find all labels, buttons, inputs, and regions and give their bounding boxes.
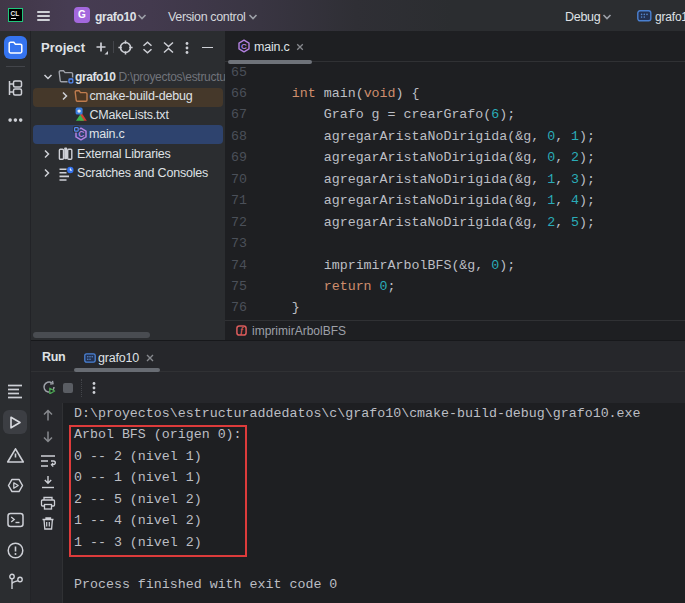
svg-text:f: f [240, 325, 244, 335]
svg-text:C: C [241, 42, 247, 51]
